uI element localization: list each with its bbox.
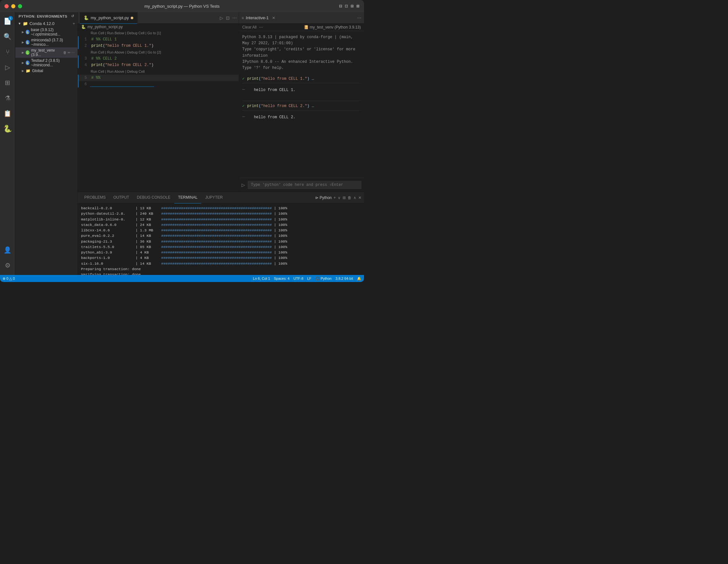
tab-my-python-script[interactable]: 🐍 my_python_script.py	[80, 12, 137, 24]
python-icon: 🐍	[3, 125, 12, 133]
window-title: my_python_script.py — Python VS Tests	[145, 4, 220, 9]
clear-all-button[interactable]: Clear All	[242, 25, 257, 29]
env-action-1[interactable]: 🗑	[63, 51, 67, 55]
conda-label: Conda 4.12.0	[29, 21, 54, 26]
close-button[interactable]	[4, 4, 9, 8]
terminal-line: libcxx-14.0.6 | 1.3 MB #################…	[81, 228, 361, 233]
sidebar-item-settings[interactable]: ⚙	[1, 258, 15, 272]
sidebar-item-extensions[interactable]: ⊞	[1, 76, 15, 90]
terminal-status-2: Verifying transaction: done	[81, 272, 361, 275]
conda-section-header[interactable]: ▼ 📁 Conda 4.12.0 +	[15, 20, 78, 27]
env-item-testlauf2[interactable]: ▶ 🐍 Testlauf 2 (3.8.5) ~/minicond...	[15, 58, 78, 68]
env-item-miniconda3[interactable]: ▶ 🐍 miniconda3 (3.7.3) ~/minico...	[15, 37, 78, 47]
env-action-3[interactable]: ⋯	[71, 51, 75, 55]
window-controls	[4, 4, 22, 8]
sidebar-item-test[interactable]: ⚗	[1, 91, 15, 105]
python-file-icon: 🐍	[84, 15, 89, 20]
trash-icon[interactable]: 🗑	[348, 195, 352, 200]
split-editor-icon[interactable]: ⊡	[226, 15, 230, 21]
close-panel-icon[interactable]: ✕	[358, 195, 361, 200]
sidebar-item-account[interactable]: 👤	[1, 243, 15, 257]
cursor-position: Ln 6, Col 1	[253, 277, 270, 280]
status-bar-right: Ln 6, Col 1 Spaces: 4 UTF-8 LF 🎧 Python …	[253, 277, 361, 281]
titlebar: my_python_script.py — Python VS Tests ⊟ …	[0, 0, 364, 12]
line-content: print("hello from CELL 1.")	[90, 44, 153, 48]
env-item-actions: 🗑 ✏ ⋯	[63, 51, 75, 55]
status-notifications[interactable]: 🔔	[357, 277, 361, 281]
sidebar-item-notebook[interactable]: 📋	[1, 106, 15, 120]
status-encoding[interactable]: UTF-8	[294, 277, 303, 280]
pkg-size: | 14 KB	[136, 233, 161, 238]
env-item-my-test-venv[interactable]: ▶ 🐍 my_test_venv (3.9... 🗑 ✏ ⋯	[15, 47, 78, 58]
interactive-panel: ≡ Interactive-1 ✕ ⋯ Clear All ⋯ 📔	[239, 12, 364, 192]
tab-jupyter[interactable]: JUPYTER	[201, 192, 227, 203]
layout-icon-4[interactable]: ⊠	[356, 4, 360, 8]
status-language[interactable]: 🎧 Python	[315, 277, 332, 281]
sidebar-item-scm[interactable]: ⑂	[1, 45, 15, 59]
status-python-version[interactable]: 3.8.2 64-bit	[335, 277, 353, 280]
interactive-content: Python 3.9.13 | packaged by conda-forge …	[239, 31, 364, 178]
conda-header-left: ▼ 📁 Conda 4.12.0	[18, 21, 54, 26]
layout-icon-2[interactable]: ⊡	[345, 4, 348, 8]
sidebar-item-explorer[interactable]: 📄 1	[1, 14, 15, 28]
split-terminal-icon[interactable]: ⊞	[343, 195, 346, 200]
interactive-input[interactable]	[248, 181, 361, 189]
error-icon: ⊗	[3, 277, 5, 281]
maximize-button[interactable]	[18, 4, 22, 8]
breadcrumb: 🐍 my_python_script.py	[78, 24, 239, 30]
tab-terminal[interactable]: TERMINAL	[174, 192, 202, 203]
terminal-line: stack_data-0.6.0 | 24 KB ###############…	[81, 222, 361, 228]
env-item-global[interactable]: ▶ 📁 Global	[15, 68, 78, 74]
env-action-2[interactable]: ✏	[68, 51, 70, 55]
line-content: # %% CELL 1	[90, 37, 117, 42]
tab-actions: ▷ ⊡ ⋯	[220, 15, 237, 21]
dots-icon: …	[242, 86, 245, 91]
tab-debug-console[interactable]: DEBUG CONSOLE	[133, 192, 174, 203]
cell-1: 1 # %% CELL 1 2 print("hello from CELL 1…	[78, 36, 239, 49]
sidebar: PYTHON: ENVIRONMENTS ↺ ▼ 📁 Conda 4.12.0 …	[15, 12, 78, 275]
status-errors[interactable]: ⊗ 0 △ 0	[3, 277, 15, 281]
more-options-icon[interactable]: ⋯	[259, 25, 263, 29]
terminal-content[interactable]: backcall-0.2.0 | 13 KB #################…	[78, 203, 364, 275]
sidebar-item-run[interactable]: ▷	[1, 60, 15, 74]
minimize-button[interactable]	[11, 4, 15, 8]
pct: | 100%	[274, 261, 287, 266]
tab-problems[interactable]: PROBLEMS	[80, 192, 110, 203]
pkg-size: | 36 KB	[136, 239, 161, 244]
more-actions-icon[interactable]: ⋯	[357, 15, 361, 20]
run-cell-button[interactable]: ▷	[242, 182, 245, 187]
sidebar-item-search[interactable]: 🔍	[1, 29, 15, 44]
chevron-right-icon: ▶	[22, 30, 24, 34]
add-icon[interactable]: +	[73, 21, 75, 26]
status-spaces[interactable]: Spaces: 4	[274, 277, 290, 280]
chevron-right-icon: ▶	[22, 51, 24, 54]
chevron-down-icon[interactable]: ∨	[338, 195, 341, 200]
refresh-icon[interactable]: ↺	[71, 14, 74, 18]
pkg-size: | 13 KB	[136, 205, 161, 211]
layout-icon-1[interactable]: ⊟	[339, 4, 342, 8]
spaces-label: Spaces: 4	[274, 277, 290, 280]
tab-label: my_python_script.py	[91, 15, 129, 20]
run-icon[interactable]: ▷	[220, 15, 223, 21]
content-area: 🐍 my_python_script.py ▷ ⊡ ⋯ 🐍 my_python_…	[78, 12, 364, 275]
sidebar-item-python[interactable]: 🐍	[1, 122, 15, 136]
dots-icon: …	[242, 113, 245, 118]
pkg-size: | 24 KB	[136, 222, 161, 228]
breadcrumb-file: my_python_script.py	[87, 25, 123, 29]
collapse-icon[interactable]: ∧	[353, 195, 356, 200]
line-content: # %% CELL 2	[90, 56, 117, 61]
pct: | 100%	[274, 222, 287, 228]
close-tab-icon[interactable]: ✕	[272, 16, 275, 20]
status-cursor[interactable]: Ln 6, Col 1	[253, 277, 270, 280]
add-terminal-icon[interactable]: +	[334, 195, 336, 200]
code-line-5: 5 # %%	[79, 75, 239, 81]
status-eol[interactable]: LF	[307, 277, 311, 280]
tab-output[interactable]: OUTPUT	[110, 192, 133, 203]
pkg-name: traitlets-5.5.0	[81, 244, 136, 250]
more-actions-icon[interactable]: ⋯	[232, 15, 237, 21]
env-item-base[interactable]: ▶ 🐍 base (3.9.12) ~/.opt/minicond...	[15, 27, 78, 37]
code-editor[interactable]: Run Cell | Run Below | Debug Cell | Go t…	[78, 30, 239, 192]
terminal-line: backports-1.0 | 4 KB ###################…	[81, 255, 361, 261]
pct: | 100%	[274, 205, 287, 211]
layout-icon-3[interactable]: ⊞	[351, 4, 354, 8]
